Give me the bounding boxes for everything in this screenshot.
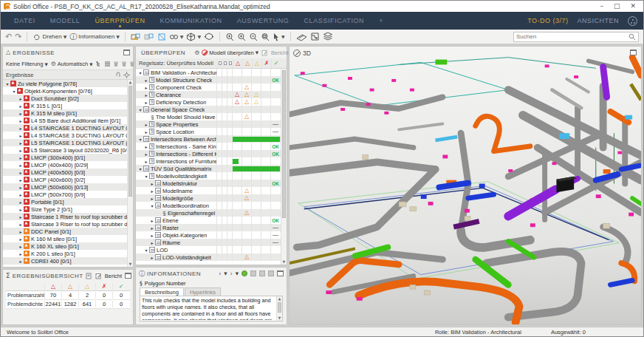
tree-view-icon[interactable]: [95, 61, 102, 67]
tree-item[interactable]: ▸CDREI 400 [0/1]: [3, 257, 127, 265]
expand-arrow-icon[interactable]: ▾: [149, 203, 155, 208]
expand-arrow-icon[interactable]: ▸: [18, 148, 24, 153]
layers-icon[interactable]: [323, 32, 333, 41]
tool-box-icon-2[interactable]: [259, 270, 265, 276]
checking-report-icon[interactable]: [261, 50, 268, 56]
tree-item[interactable]: ▾Objekt-Komponenten [0/76]: [3, 87, 127, 95]
expand-arrow-icon[interactable]: ▸: [149, 255, 155, 260]
status-ball-icon[interactable]: [242, 270, 247, 276]
section-plane-icon[interactable]: [296, 33, 307, 41]
rule-row[interactable]: ▸Intersections - Different Kind of CoOK: [136, 150, 281, 157]
checking-settings-icon[interactable]: ⚙: [194, 50, 199, 56]
expand-arrow-icon[interactable]: ▸: [143, 122, 149, 127]
tree-item[interactable]: ▸L4 STAIRCASE 3 DUCTING LAYOUT 02022: [3, 132, 127, 139]
expand-arrow-icon[interactable]: ▸: [18, 155, 24, 160]
auto-dropdown[interactable]: ⚙Automatisch▼: [51, 61, 93, 67]
tree-item[interactable]: ▸K 315 L [0/1]: [3, 102, 127, 109]
expand-arrow-icon[interactable]: ▸: [143, 159, 149, 164]
info-maximize-icon[interactable]: [277, 270, 284, 276]
report-preview-icon[interactable]: [86, 273, 92, 279]
expand-arrow-icon[interactable]: ▸: [18, 170, 24, 175]
rule-row[interactable]: §Eigenschaftenregel mit Korr△: [136, 209, 281, 217]
fit-view-icon[interactable]: [204, 33, 214, 41]
tree-item[interactable]: ▸K 160 XL sileo [0/1]: [3, 242, 127, 250]
expand-arrow-icon[interactable]: ▸: [149, 181, 155, 186]
expand-arrow-icon[interactable]: ▸: [18, 133, 24, 138]
expand-arrow-icon[interactable]: ▸: [149, 225, 155, 231]
tree-item[interactable]: ▸Staircase 1 Riser to roof top scrubber …: [3, 213, 127, 220]
rule-row[interactable]: ▸Component Check△: [136, 84, 281, 91]
rule-row[interactable]: ▸LOD-Vollständigkeit△: [136, 253, 281, 261]
trash-icon-2[interactable]: [121, 61, 127, 67]
expand-arrow-icon[interactable]: ▸: [18, 251, 24, 256]
rule-row[interactable]: ▸Deficiency Detection△△△: [136, 98, 281, 106]
redo-button[interactable]: ↷: [15, 33, 21, 41]
tree-item[interactable]: ▸LMCP (500x600) [0/13]: [3, 183, 127, 191]
expand-arrow-icon[interactable]: ▸: [18, 214, 24, 219]
tree-item[interactable]: ▸K 315 M sileo [0/1]: [3, 109, 127, 117]
expand-arrow-icon[interactable]: ▸: [143, 152, 149, 157]
checking-scrollbar[interactable]: ▼: [281, 69, 287, 265]
tree-item[interactable]: ▸Duct Scrubber [0/2]: [3, 95, 127, 102]
expand-arrow-icon[interactable]: ▸: [149, 240, 155, 245]
colhead-check-column[interactable]: ✓: [271, 58, 281, 68]
expand-arrow-icon[interactable]: ▸: [18, 126, 24, 131]
trash-icon-1[interactable]: [113, 61, 119, 67]
rule-row[interactable]: ▸Model Structure CheckOK: [136, 76, 281, 84]
colhead-book-icon[interactable]: [227, 58, 233, 68]
rule-row[interactable]: ▸Modellname△: [136, 187, 281, 194]
expand-arrow-icon[interactable]: ▸: [143, 129, 149, 135]
rule-row[interactable]: ▸EbeneOK: [136, 217, 281, 224]
rule-row[interactable]: ▸ModellstrukturOK: [136, 180, 281, 187]
close-button[interactable]: ✕: [630, 3, 636, 10]
results-scrollbar[interactable]: ▲ ▼: [127, 80, 133, 267]
rule-row[interactable]: ▾LOD: [136, 246, 281, 253]
expand-arrow-icon[interactable]: ▸: [18, 259, 24, 264]
expand-arrow-icon[interactable]: ▸: [149, 233, 155, 238]
results-maximize-icon[interactable]: [123, 50, 130, 55]
rule-row[interactable]: ▾Intersections Between Architectural Co: [136, 135, 281, 143]
expand-arrow-icon[interactable]: ▸: [143, 144, 149, 149]
tree-item[interactable]: ▸Staircase 3 Riser to roof top scrubber …: [3, 220, 127, 228]
summary-bericht-button[interactable]: Bericht: [105, 273, 122, 279]
expand-arrow-icon[interactable]: ▸: [18, 177, 24, 183]
colhead-yellow-column[interactable]: △: [252, 58, 261, 68]
undo-button[interactable]: ↶: [5, 33, 12, 41]
maximize-button[interactable]: □: [614, 3, 620, 10]
tree-item[interactable]: ▸K 200 L sileo [0/1]: [3, 250, 127, 257]
expand-arrow-icon[interactable]: ▸: [143, 85, 149, 90]
footprint-map-icon[interactable]: [310, 32, 320, 41]
tree-item[interactable]: ▾Zu viele Polygone [0/76]: [3, 80, 127, 87]
expand-arrow-icon[interactable]: ▾: [4, 81, 10, 86]
search-input[interactable]: [516, 33, 628, 40]
colhead-pencil-icon[interactable]: [222, 58, 227, 68]
ansichten-button[interactable]: ANSICHTEN: [577, 17, 619, 24]
checking-column-header[interactable]: Regelsatz: Überprüftes Modell △△△✗✓: [136, 58, 287, 69]
expand-arrow-icon[interactable]: ▸: [18, 111, 24, 116]
expand-arrow-icon[interactable]: ▸: [149, 196, 155, 201]
expand-arrow-icon[interactable]: ▾: [143, 174, 149, 179]
rule-row[interactable]: §The Model Should Have Spaces△: [136, 113, 281, 120]
rule-row[interactable]: ▸Raster—: [136, 224, 281, 231]
tree-item[interactable]: ▸L5 STAIRCASE 1 DUCTING LAYOUT (Main I: [3, 139, 127, 146]
expand-arrow-icon[interactable]: ▸: [18, 185, 24, 190]
zoom-out-icon[interactable]: [249, 33, 258, 41]
expand-arrow-icon[interactable]: ▾: [11, 89, 17, 94]
checking-bericht-button[interactable]: Bericht: [271, 50, 288, 56]
expand-arrow-icon[interactable]: ▸: [18, 244, 24, 249]
expand-arrow-icon[interactable]: ▸: [143, 100, 149, 105]
tree-item[interactable]: ▸LMCP (400x400) [0/29]: [3, 161, 127, 168]
tree-item[interactable]: ▸LMCP (400x600) [0/2]: [3, 176, 127, 183]
rule-row[interactable]: ▸Space Properties—: [136, 120, 281, 128]
informationen-dropdown[interactable]: ⓘ Informationen ▼: [69, 32, 120, 42]
tree-item[interactable]: ▸Portable [0/1]: [3, 198, 127, 205]
expand-arrow-icon[interactable]: ▸: [143, 78, 149, 83]
colhead-red-column[interactable]: △: [233, 58, 242, 68]
tree-item[interactable]: ▸K 160 M sileo [0/1]: [3, 235, 127, 242]
list-view-icon[interactable]: [104, 61, 111, 67]
menu-item-kommunikation[interactable]: KOMMUNIKATION: [152, 12, 229, 30]
expand-arrow-icon[interactable]: ▸: [18, 96, 24, 101]
nav-prev-caret[interactable]: ▼: [224, 271, 227, 276]
rule-row[interactable]: ▸Clearance△△△: [136, 91, 281, 98]
rule-row[interactable]: ▾TÜV Süd Qualitätsmatrix: [136, 165, 281, 172]
